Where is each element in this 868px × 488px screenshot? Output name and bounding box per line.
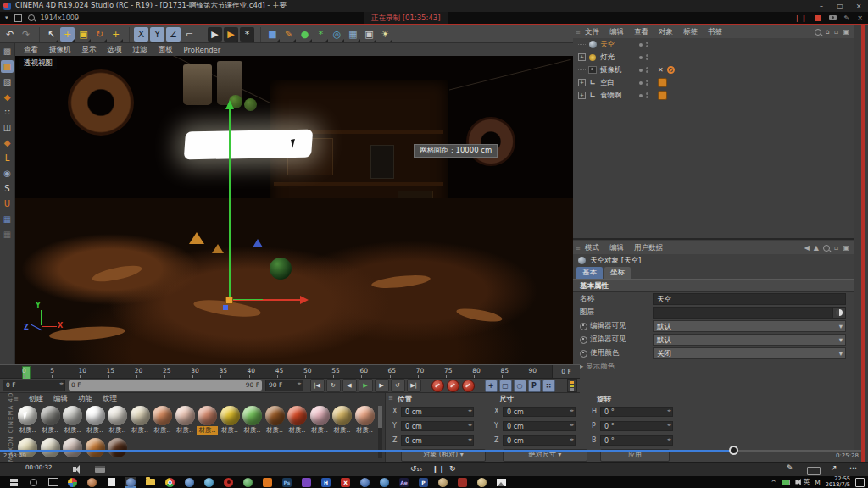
viewport-menu-item[interactable]: 过滤 xyxy=(133,45,147,55)
add-generator-icon[interactable]: * xyxy=(314,27,328,42)
rotate-tool-icon[interactable]: ↻ xyxy=(92,27,107,42)
material-item[interactable]: 材质.. xyxy=(85,405,106,435)
stepper-icon[interactable]: ◂▸ xyxy=(468,437,472,441)
cortana-icon[interactable] xyxy=(28,477,39,488)
forward-icon[interactable]: ↻ xyxy=(449,464,456,473)
loop-button[interactable]: ↺ xyxy=(391,379,405,392)
redo-icon[interactable]: ↷ xyxy=(19,27,33,42)
texture-mode-icon[interactable]: ▨ xyxy=(1,75,14,88)
gizmo-y-axis[interactable] xyxy=(229,108,231,300)
material-menu-item[interactable]: 编辑 xyxy=(53,394,68,404)
material-item[interactable]: 材质.. xyxy=(287,405,308,435)
edges-mode-icon[interactable]: ◫ xyxy=(1,121,14,134)
clock-app-icon[interactable] xyxy=(379,477,390,488)
goto-end-button[interactable]: ▶| xyxy=(407,379,421,392)
object-row[interactable]: +∟空白 xyxy=(573,76,854,89)
lock-workplane-icon[interactable]: ▦ xyxy=(1,213,14,225)
expander-icon[interactable]: + xyxy=(578,79,586,86)
move-tool-icon[interactable]: + xyxy=(60,27,75,42)
viewport-solo-icon[interactable]: ◉ xyxy=(1,167,14,180)
gizmo-y-arrow[interactable] xyxy=(225,100,234,109)
object-row[interactable]: 摄像机✕ xyxy=(573,64,854,76)
attribute-manager-menu-item[interactable]: 编辑 xyxy=(609,243,624,253)
record-position-toggle[interactable]: + xyxy=(485,380,498,392)
powerpoint-icon[interactable]: P xyxy=(418,477,429,488)
gizmo-origin-handle[interactable] xyxy=(225,297,233,304)
coords-value-field[interactable]: 0 cm◂▸ xyxy=(401,421,474,431)
visibility-dots[interactable] xyxy=(639,80,648,86)
lock-z-axis-icon[interactable]: Z xyxy=(166,27,181,42)
material-item[interactable]: 材质.. xyxy=(264,405,286,435)
workplane-mode-icon[interactable]: ◆ xyxy=(1,91,14,103)
attribute-dropdown[interactable]: 默认 xyxy=(653,320,846,332)
panel-grip-icon[interactable]: ≡ xyxy=(388,395,393,402)
start-frame-field[interactable]: 0 F◂▸ xyxy=(3,380,65,391)
stepper-icon[interactable]: ◂▸ xyxy=(468,408,472,413)
object-name[interactable]: 食物啊 xyxy=(600,91,622,101)
stepper-icon[interactable]: ◂▸ xyxy=(570,423,574,427)
gizmo-plane-handle[interactable] xyxy=(229,299,263,300)
viewport-menu-item[interactable]: ProRender xyxy=(184,46,221,54)
telegram-icon[interactable] xyxy=(203,477,214,488)
am-search-icon[interactable] xyxy=(823,245,830,252)
visibility-dots[interactable] xyxy=(639,54,648,60)
battery-icon[interactable] xyxy=(782,480,790,485)
render-settings-icon[interactable]: * xyxy=(240,27,254,42)
x-app-icon[interactable]: X xyxy=(340,477,351,488)
render-view-icon[interactable]: ▶ xyxy=(208,27,222,42)
snap-icon[interactable]: S xyxy=(1,182,14,195)
ime-mode-indicator[interactable]: M xyxy=(815,479,820,486)
material-item[interactable]: 材质.. xyxy=(331,405,353,435)
am-lock-icon[interactable]: ▫ xyxy=(834,244,838,252)
radio-icon[interactable] xyxy=(580,323,587,330)
texture-tag-icon[interactable] xyxy=(658,91,667,100)
material-item[interactable]: 材质.. xyxy=(152,405,173,435)
record-keyframe-button[interactable] xyxy=(431,380,444,392)
visibility-dots[interactable] xyxy=(639,92,648,98)
stepper-icon[interactable]: ◂▸ xyxy=(468,423,472,427)
object-name[interactable]: 空白 xyxy=(600,78,615,88)
texture-tag-icon[interactable] xyxy=(658,78,667,87)
screen-recorder-icon[interactable] xyxy=(223,477,234,488)
workplane-transform-icon[interactable]: ▦ xyxy=(1,228,14,241)
maximize-button[interactable]: ▢ xyxy=(831,3,849,10)
play-mode-button[interactable]: ↻ xyxy=(326,379,341,392)
green-app-icon[interactable] xyxy=(242,477,253,488)
expand-arrow-icon[interactable]: ↗ xyxy=(831,463,837,472)
material-item[interactable]: 材质.. xyxy=(354,405,376,435)
red-app-icon[interactable] xyxy=(457,477,468,488)
material-item[interactable]: 材质.. xyxy=(107,405,128,435)
gizmo-z-handle[interactable] xyxy=(223,305,228,310)
viewport-menu-item[interactable]: 面板 xyxy=(159,45,173,55)
slate-icon[interactable] xyxy=(95,466,105,473)
visibility-dots[interactable] xyxy=(639,42,648,47)
material-item[interactable]: 材质.. xyxy=(40,405,61,435)
view-label[interactable]: 透视视图 xyxy=(19,58,57,69)
expander-icon[interactable]: + xyxy=(578,53,586,61)
timeline-range-slider[interactable]: 0 F 90 F xyxy=(69,380,262,391)
stepper-icon[interactable]: ◂▸ xyxy=(570,437,574,441)
object-manager-menu-item[interactable]: 标签 xyxy=(683,27,698,37)
material-item[interactable] xyxy=(62,437,83,458)
polygons-mode-icon[interactable]: ◆ xyxy=(1,136,14,149)
photoshop-icon[interactable]: Ps xyxy=(281,477,292,488)
material-item[interactable]: 材质.. xyxy=(62,405,83,435)
close-button[interactable]: × xyxy=(849,3,868,10)
material-menu-item[interactable]: 纹理 xyxy=(103,394,117,404)
material-item[interactable]: 材质.. xyxy=(309,405,331,435)
coords-value-field[interactable]: 0 °◂▸ xyxy=(600,407,673,417)
minimize-button[interactable]: – xyxy=(812,3,831,10)
task-view-icon[interactable] xyxy=(47,477,58,488)
object-row[interactable]: 天空 xyxy=(573,38,854,51)
points-mode-icon[interactable]: ∷ xyxy=(1,106,14,119)
next-frame-button[interactable]: ▶ xyxy=(375,379,389,392)
pencil-tool-icon[interactable]: ✎ xyxy=(787,463,793,472)
start-button[interactable] xyxy=(8,477,19,488)
object-manager-menu-item[interactable]: 编辑 xyxy=(609,27,624,37)
timeline-ruler[interactable]: 0 F 051015202530354045505560657075808590 xyxy=(0,364,580,379)
player-pause-icon[interactable]: ❙❙ xyxy=(432,465,445,473)
play-forward-button[interactable]: ▶ xyxy=(359,379,373,392)
material-menu-item[interactable]: 功能 xyxy=(78,394,92,404)
add-environment-icon[interactable]: ▦ xyxy=(346,27,360,42)
coords-value-field[interactable]: 0 cm◂▸ xyxy=(401,435,474,446)
